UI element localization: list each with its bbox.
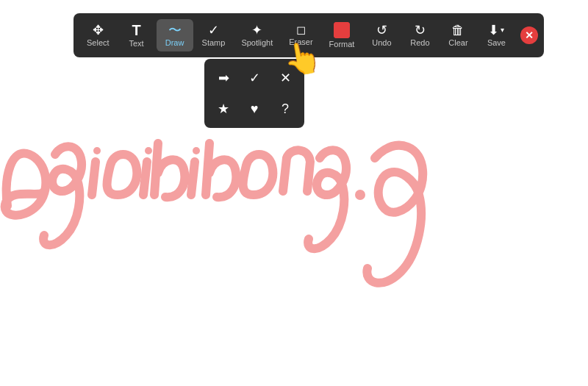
text-label: Text [129, 39, 143, 48]
tool-draw[interactable]: 〜 Draw [157, 19, 193, 51]
stamp-check-btn[interactable]: ✓ [241, 65, 268, 91]
select-icon: ✥ [93, 24, 104, 37]
draw-label: Draw [165, 38, 184, 47]
clear-label: Clear [448, 38, 467, 47]
eraser-icon: ◻ [296, 24, 306, 36]
stamp-label: Stamp [202, 38, 226, 47]
stamp-arrow-btn[interactable]: ➡ [210, 65, 237, 91]
eraser-label: Eraser [289, 37, 312, 46]
undo-icon: ↺ [376, 24, 387, 37]
tool-redo[interactable]: ↻ Redo [401, 19, 438, 51]
svg-point-1 [145, 147, 152, 154]
draw-icon: 〜 [168, 24, 182, 37]
text-icon: T [132, 23, 140, 37]
stamp-popup: ➡ ✓ ✕ ★ ♥ ? [204, 59, 304, 128]
format-label: Format [329, 40, 355, 49]
stamp-star-btn[interactable]: ★ [210, 96, 237, 122]
svg-point-3 [355, 190, 365, 200]
save-label: Save [487, 38, 506, 47]
close-button[interactable]: ✕ [520, 26, 538, 44]
toolbar: ✥ Select T Text 〜 Draw ✓ Stamp ✦ Spotlig… [74, 13, 544, 57]
redo-icon: ↻ [415, 24, 426, 37]
tool-text[interactable]: T Text [118, 18, 155, 52]
stamp-icon: ✓ [208, 24, 219, 37]
svg-point-0 [93, 147, 101, 154]
stamp-x-btn[interactable]: ✕ [272, 65, 298, 91]
undo-label: Undo [372, 38, 391, 47]
select-label: Select [87, 38, 110, 47]
spotlight-label: Spotlight [241, 38, 273, 47]
tool-format[interactable]: Format [322, 18, 362, 53]
tool-save[interactable]: ⬇▾ Save [478, 19, 514, 51]
canvas-area[interactable] [0, 0, 588, 386]
tool-undo[interactable]: ↺ Undo [363, 19, 400, 51]
format-icon [334, 22, 350, 38]
svg-point-2 [193, 147, 200, 154]
stamp-question-btn[interactable]: ? [272, 96, 298, 122]
tool-spotlight[interactable]: ✦ Spotlight [234, 19, 280, 51]
tool-select[interactable]: ✥ Select [79, 19, 117, 51]
tool-eraser[interactable]: ◻ Eraser [282, 20, 320, 51]
spotlight-icon: ✦ [251, 24, 262, 37]
tool-clear[interactable]: 🗑 Clear [440, 19, 476, 51]
redo-label: Redo [410, 38, 429, 47]
tool-stamp[interactable]: ✓ Stamp [195, 19, 233, 51]
save-icon: ⬇▾ [488, 24, 504, 37]
clear-icon: 🗑 [451, 24, 465, 37]
handwriting-canvas [0, 0, 588, 386]
stamp-heart-btn[interactable]: ♥ [241, 96, 268, 122]
